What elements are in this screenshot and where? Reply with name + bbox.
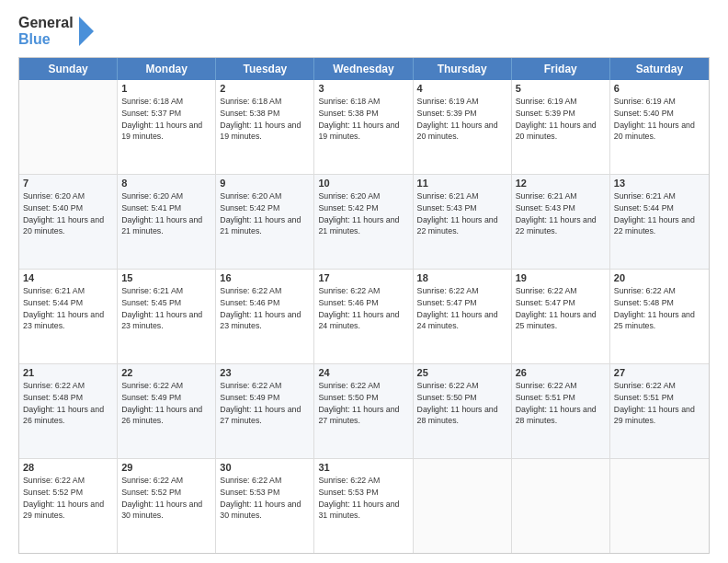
day-info: Sunrise: 6:18 AMSunset: 5:38 PMDaylight:… [318, 96, 408, 143]
cal-cell: 2 Sunrise: 6:18 AMSunset: 5:38 PMDayligh… [216, 80, 314, 174]
day-info: Sunrise: 6:22 AMSunset: 5:50 PMDaylight:… [318, 380, 408, 427]
day-info: Sunrise: 6:22 AMSunset: 5:46 PMDaylight:… [318, 285, 408, 332]
day-number: 2 [220, 83, 310, 94]
day-info: Sunrise: 6:20 AMSunset: 5:40 PMDaylight:… [23, 190, 113, 237]
day-number: 19 [516, 272, 606, 283]
day-number: 6 [614, 83, 705, 94]
cal-cell: 16 Sunrise: 6:22 AMSunset: 5:46 PMDaylig… [216, 270, 314, 363]
day-info: Sunrise: 6:22 AMSunset: 5:51 PMDaylight:… [614, 380, 705, 427]
calendar-header: SundayMondayTuesdayWednesdayThursdayFrid… [19, 58, 709, 80]
day-number: 9 [220, 178, 310, 189]
day-info: Sunrise: 6:22 AMSunset: 5:53 PMDaylight:… [220, 475, 310, 522]
cal-cell: 7 Sunrise: 6:20 AMSunset: 5:40 PMDayligh… [19, 175, 118, 269]
day-info: Sunrise: 6:19 AMSunset: 5:40 PMDaylight:… [614, 96, 705, 143]
day-info: Sunrise: 6:22 AMSunset: 5:49 PMDaylight:… [121, 380, 211, 427]
day-info: Sunrise: 6:22 AMSunset: 5:48 PMDaylight:… [23, 380, 113, 427]
cal-cell: 13 Sunrise: 6:21 AMSunset: 5:44 PMDaylig… [610, 175, 709, 269]
calendar-body: 1 Sunrise: 6:18 AMSunset: 5:37 PMDayligh… [19, 80, 709, 553]
cal-cell: 14 Sunrise: 6:21 AMSunset: 5:44 PMDaylig… [19, 270, 118, 363]
cal-cell [19, 80, 118, 174]
day-info: Sunrise: 6:21 AMSunset: 5:45 PMDaylight:… [121, 285, 211, 332]
cal-cell: 20 Sunrise: 6:22 AMSunset: 5:48 PMDaylig… [610, 270, 709, 363]
day-info: Sunrise: 6:19 AMSunset: 5:39 PMDaylight:… [516, 96, 606, 143]
day-number: 23 [220, 367, 310, 378]
cal-header-cell: Friday [512, 58, 610, 80]
day-info: Sunrise: 6:21 AMSunset: 5:43 PMDaylight:… [417, 190, 507, 237]
cal-cell: 18 Sunrise: 6:22 AMSunset: 5:47 PMDaylig… [414, 270, 512, 363]
day-number: 31 [318, 462, 408, 473]
cal-cell [414, 459, 512, 553]
day-number: 5 [516, 83, 606, 94]
day-info: Sunrise: 6:22 AMSunset: 5:47 PMDaylight:… [417, 285, 507, 332]
day-number: 1 [121, 83, 211, 94]
day-number: 15 [121, 272, 211, 283]
day-number: 18 [417, 272, 507, 283]
cal-week: 21 Sunrise: 6:22 AMSunset: 5:48 PMDaylig… [19, 364, 709, 459]
cal-cell: 22 Sunrise: 6:22 AMSunset: 5:49 PMDaylig… [118, 364, 216, 458]
day-number: 29 [121, 462, 211, 473]
day-info: Sunrise: 6:20 AMSunset: 5:41 PMDaylight:… [121, 190, 211, 237]
cal-header-cell: Monday [118, 58, 216, 80]
page: General Blue SundayMondayTuesdayWednesda… [0, 0, 728, 563]
cal-week: 7 Sunrise: 6:20 AMSunset: 5:40 PMDayligh… [19, 175, 709, 270]
cal-cell: 30 Sunrise: 6:22 AMSunset: 5:53 PMDaylig… [216, 459, 314, 553]
day-number: 16 [220, 272, 310, 283]
day-info: Sunrise: 6:19 AMSunset: 5:39 PMDaylight:… [417, 96, 507, 143]
day-number: 11 [417, 178, 507, 189]
day-number: 20 [614, 272, 705, 283]
day-number: 22 [121, 367, 211, 378]
cal-cell: 5 Sunrise: 6:19 AMSunset: 5:39 PMDayligh… [512, 80, 610, 174]
day-number: 21 [23, 367, 113, 378]
cal-cell [610, 459, 709, 553]
day-info: Sunrise: 6:21 AMSunset: 5:44 PMDaylight:… [23, 285, 113, 332]
day-number: 4 [417, 83, 507, 94]
day-info: Sunrise: 6:22 AMSunset: 5:48 PMDaylight:… [614, 285, 705, 332]
cal-cell: 17 Sunrise: 6:22 AMSunset: 5:46 PMDaylig… [314, 270, 413, 363]
day-info: Sunrise: 6:20 AMSunset: 5:42 PMDaylight:… [220, 190, 310, 237]
day-info: Sunrise: 6:22 AMSunset: 5:49 PMDaylight:… [220, 380, 310, 427]
cal-header-cell: Thursday [414, 58, 512, 80]
day-number: 3 [318, 83, 408, 94]
cal-week: 1 Sunrise: 6:18 AMSunset: 5:37 PMDayligh… [19, 80, 709, 175]
cal-cell: 3 Sunrise: 6:18 AMSunset: 5:38 PMDayligh… [314, 80, 413, 174]
day-info: Sunrise: 6:21 AMSunset: 5:44 PMDaylight:… [614, 190, 705, 237]
cal-cell: 8 Sunrise: 6:20 AMSunset: 5:41 PMDayligh… [118, 175, 216, 269]
cal-cell: 21 Sunrise: 6:22 AMSunset: 5:48 PMDaylig… [19, 364, 118, 458]
cal-week: 14 Sunrise: 6:21 AMSunset: 5:44 PMDaylig… [19, 270, 709, 364]
day-info: Sunrise: 6:20 AMSunset: 5:42 PMDaylight:… [318, 190, 408, 237]
cal-header-cell: Saturday [610, 58, 709, 80]
logo-triangle-icon [75, 15, 96, 48]
logo: General Blue [18, 15, 96, 48]
day-number: 25 [417, 367, 507, 378]
cal-cell: 4 Sunrise: 6:19 AMSunset: 5:39 PMDayligh… [414, 80, 512, 174]
day-number: 8 [121, 178, 211, 189]
day-info: Sunrise: 6:22 AMSunset: 5:47 PMDaylight:… [516, 285, 606, 332]
svg-marker-0 [79, 17, 94, 46]
day-info: Sunrise: 6:22 AMSunset: 5:46 PMDaylight:… [220, 285, 310, 332]
cal-cell: 15 Sunrise: 6:21 AMSunset: 5:45 PMDaylig… [118, 270, 216, 363]
day-number: 14 [23, 272, 113, 283]
cal-cell: 19 Sunrise: 6:22 AMSunset: 5:47 PMDaylig… [512, 270, 610, 363]
cal-header-cell: Tuesday [216, 58, 314, 80]
day-info: Sunrise: 6:22 AMSunset: 5:51 PMDaylight:… [516, 380, 606, 427]
day-info: Sunrise: 6:21 AMSunset: 5:43 PMDaylight:… [516, 190, 606, 237]
day-number: 13 [614, 178, 705, 189]
day-info: Sunrise: 6:22 AMSunset: 5:50 PMDaylight:… [417, 380, 507, 427]
day-number: 17 [318, 272, 408, 283]
cal-cell: 24 Sunrise: 6:22 AMSunset: 5:50 PMDaylig… [314, 364, 413, 458]
cal-week: 28 Sunrise: 6:22 AMSunset: 5:52 PMDaylig… [19, 459, 709, 553]
day-number: 26 [516, 367, 606, 378]
header: General Blue [18, 15, 710, 48]
cal-cell: 6 Sunrise: 6:19 AMSunset: 5:40 PMDayligh… [610, 80, 709, 174]
cal-cell [512, 459, 610, 553]
cal-cell: 12 Sunrise: 6:21 AMSunset: 5:43 PMDaylig… [512, 175, 610, 269]
day-info: Sunrise: 6:18 AMSunset: 5:38 PMDaylight:… [220, 96, 310, 143]
cal-cell: 9 Sunrise: 6:20 AMSunset: 5:42 PMDayligh… [216, 175, 314, 269]
cal-cell: 11 Sunrise: 6:21 AMSunset: 5:43 PMDaylig… [414, 175, 512, 269]
day-info: Sunrise: 6:22 AMSunset: 5:52 PMDaylight:… [23, 475, 113, 522]
cal-cell: 27 Sunrise: 6:22 AMSunset: 5:51 PMDaylig… [610, 364, 709, 458]
day-info: Sunrise: 6:18 AMSunset: 5:37 PMDaylight:… [121, 96, 211, 143]
calendar: SundayMondayTuesdayWednesdayThursdayFrid… [18, 57, 710, 554]
cal-cell: 10 Sunrise: 6:20 AMSunset: 5:42 PMDaylig… [314, 175, 413, 269]
cal-cell: 25 Sunrise: 6:22 AMSunset: 5:50 PMDaylig… [414, 364, 512, 458]
